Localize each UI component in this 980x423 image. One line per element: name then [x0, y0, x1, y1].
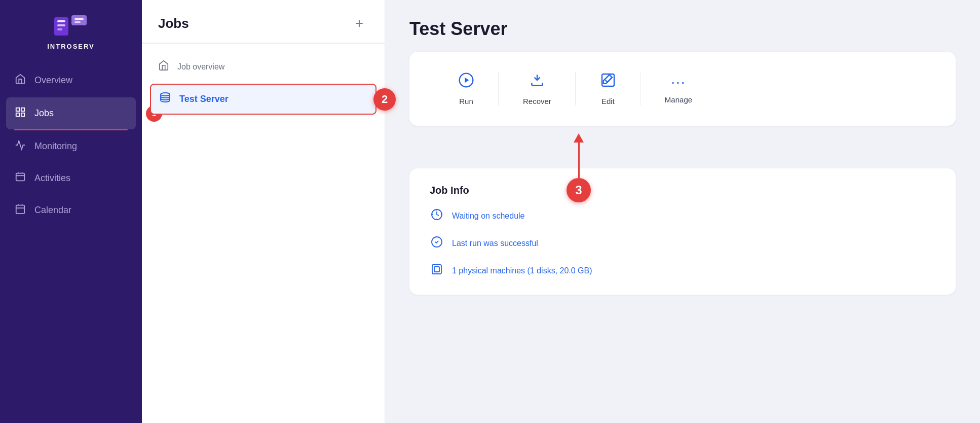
test-server-icon — [159, 92, 171, 107]
recover-arrow: 3 — [567, 133, 591, 202]
svg-rect-3 — [57, 28, 62, 30]
info-row-schedule: Waiting on schedule — [430, 208, 935, 224]
action-card-container: Run Recover — [409, 52, 956, 126]
svg-rect-5 — [74, 18, 84, 20]
sidebar-item-label-calendar: Calendar — [34, 205, 71, 216]
sidebar-item-label-monitoring: Monitoring — [34, 141, 77, 152]
sidebar-item-overview[interactable]: Overview — [0, 64, 142, 96]
manage-icon: ··· — [671, 74, 686, 90]
jobs-panel: Jobs + Job overview — [142, 0, 385, 423]
svg-rect-2 — [57, 24, 65, 26]
svg-rect-29 — [434, 267, 439, 272]
sidebar-item-activities[interactable]: Activities — [0, 162, 142, 194]
manage-button[interactable]: ··· Manage — [640, 70, 717, 108]
success-icon — [430, 236, 444, 251]
arrow-line — [578, 143, 580, 178]
edit-button[interactable]: Edit — [576, 68, 640, 110]
sidebar-item-calendar[interactable]: Calendar — [0, 194, 142, 226]
svg-marker-21 — [465, 78, 469, 83]
job-overview-icon — [158, 60, 169, 74]
detail-title: Test Server — [409, 18, 956, 40]
jobs-panel-title: Jobs — [158, 16, 189, 31]
logo-text: INTROSERV — [47, 43, 95, 50]
svg-rect-11 — [16, 173, 25, 181]
svg-rect-7 — [16, 108, 19, 111]
logo-icon — [53, 14, 89, 39]
svg-point-19 — [161, 93, 170, 96]
calendar-icon — [14, 203, 26, 217]
job-item-test-server[interactable]: Test Server — [150, 84, 376, 115]
run-button[interactable]: Run — [434, 68, 499, 110]
job-item-overview[interactable]: Job overview — [142, 52, 385, 82]
svg-rect-10 — [16, 113, 19, 116]
add-job-button[interactable]: + — [350, 14, 368, 32]
info-card-title: Job Info — [430, 185, 935, 196]
svg-rect-1 — [57, 20, 65, 22]
job-overview-label: Job overview — [177, 62, 224, 72]
recover-button[interactable]: Recover — [499, 68, 576, 110]
main-content: Jobs + Job overview — [142, 0, 980, 423]
monitoring-icon — [14, 139, 26, 153]
sidebar-nav: Overview Jobs 1 — [0, 60, 142, 423]
info-row-machines: 1 physical machines (1 disks, 20.0 GB) — [430, 263, 935, 278]
run-icon — [458, 72, 474, 92]
machines-text: 1 physical machines (1 disks, 20.0 GB) — [452, 266, 592, 275]
run-label: Run — [459, 97, 473, 105]
sidebar-item-monitoring[interactable]: Monitoring — [0, 130, 142, 162]
last-run-text: Last run was successful — [452, 239, 538, 248]
arrow-head-up — [574, 133, 584, 143]
jobs-header: Jobs + — [142, 0, 385, 44]
edit-label: Edit — [601, 97, 615, 105]
svg-rect-9 — [21, 113, 24, 116]
home-icon — [14, 74, 26, 87]
svg-rect-28 — [432, 265, 441, 274]
svg-rect-6 — [74, 21, 81, 23]
info-row-last-run: Last run was successful — [430, 236, 935, 251]
sidebar-item-label-overview: Overview — [34, 75, 72, 86]
edit-icon — [600, 72, 616, 92]
sidebar-logo: INTROSERV — [0, 0, 142, 60]
jobs-list: Job overview Test Server — [142, 44, 385, 423]
schedule-text: Waiting on schedule — [452, 211, 525, 221]
svg-rect-4 — [71, 15, 87, 25]
schedule-icon — [430, 208, 444, 224]
manage-label: Manage — [665, 95, 692, 104]
sidebar-item-label-activities: Activities — [34, 173, 70, 184]
info-card: Job Info Waiting on schedule — [409, 168, 956, 295]
sidebar: INTROSERV Overview Jobs — [0, 0, 142, 423]
detail-panel: Test Server Run — [385, 0, 980, 423]
activities-icon — [14, 171, 26, 185]
annotation-2: 2 — [373, 88, 396, 111]
sidebar-item-label-jobs: Jobs — [34, 108, 54, 119]
recover-label: Recover — [523, 97, 551, 105]
machines-icon — [430, 263, 444, 278]
job-item-test-server-container: Test Server 2 — [142, 84, 385, 115]
action-card: Run Recover — [409, 52, 956, 126]
svg-rect-15 — [16, 205, 25, 214]
test-server-label: Test Server — [179, 94, 229, 104]
sidebar-item-jobs[interactable]: Jobs 1 — [6, 97, 136, 129]
svg-rect-8 — [21, 108, 24, 111]
annotation-3: 3 — [567, 178, 591, 202]
jobs-icon — [14, 107, 26, 120]
recover-icon — [529, 72, 545, 92]
